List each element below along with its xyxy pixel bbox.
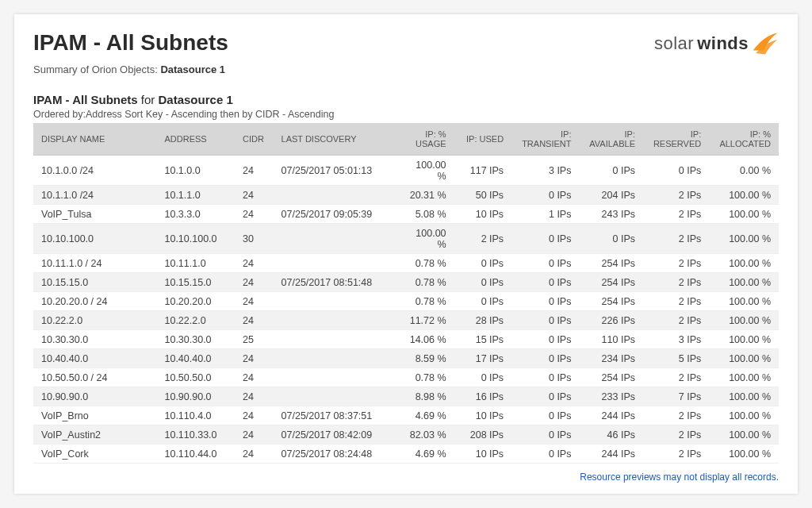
- cell-display-name: VoIP_Austin2: [33, 425, 156, 444]
- cell-display-name: 10.50.50.0 / 24: [33, 368, 156, 387]
- cell-reserved: 2 IPs: [643, 205, 709, 224]
- cell-last-discovery: 07/25/2017 08:42:09: [274, 425, 396, 444]
- cell-display-name: 10.11.1.0 / 24: [33, 254, 156, 273]
- cell-display-name: 10.90.90.0: [33, 387, 156, 406]
- cell-cidr: 24: [235, 368, 274, 387]
- cell-pct-usage: 14.06 %: [396, 330, 454, 349]
- cell-available: 244 IPs: [579, 406, 643, 425]
- ordered-by: Ordered by:Address Sort Key - Ascending …: [33, 109, 779, 120]
- cell-transient: 0 IPs: [511, 406, 579, 425]
- cell-pct-usage: 0.78 %: [396, 368, 454, 387]
- cell-available: 244 IPs: [579, 444, 643, 464]
- table-row[interactable]: VoIP_Tulsa10.3.3.02407/25/2017 09:05:395…: [33, 205, 779, 224]
- cell-pct-usage: 5.08 %: [396, 205, 454, 224]
- cell-used: 10 IPs: [454, 406, 512, 425]
- cell-used: 17 IPs: [454, 349, 512, 368]
- cell-reserved: 2 IPs: [643, 254, 709, 273]
- cell-pct-allocated: 100.00 %: [709, 273, 779, 292]
- cell-cidr: 24: [235, 273, 274, 292]
- cell-reserved: 2 IPs: [643, 186, 709, 205]
- col-pct-usage[interactable]: IP: % USAGE: [396, 123, 454, 156]
- cell-reserved: 2 IPs: [643, 406, 709, 425]
- cell-pct-usage: 100.00 %: [396, 156, 454, 186]
- cell-last-discovery: [274, 254, 396, 273]
- cell-pct-usage: 0.78 %: [396, 254, 454, 273]
- cell-cidr: 24: [235, 406, 274, 425]
- table-row[interactable]: VoIP_Austin210.110.33.02407/25/2017 08:4…: [33, 425, 779, 444]
- cell-pct-usage: 82.03 %: [396, 425, 454, 444]
- cell-pct-usage: 0.78 %: [396, 273, 454, 292]
- report-page: IPAM - All Subnets Summary of Orion Obje…: [14, 14, 798, 494]
- col-available[interactable]: IP: AVAILABLE: [579, 123, 643, 156]
- logo-text-bold: winds: [697, 33, 749, 54]
- page-title: IPAM - All Subnets: [33, 30, 228, 56]
- col-pct-allocated[interactable]: IP: % ALLOCATED: [709, 123, 779, 156]
- table-row[interactable]: 10.90.90.010.90.90.0248.98 %16 IPs0 IPs2…: [33, 387, 779, 406]
- table-row[interactable]: VoIP_Brno10.110.4.02407/25/2017 08:37:51…: [33, 406, 779, 425]
- col-display-name[interactable]: DISPLAY NAME: [33, 123, 156, 156]
- cell-transient: 3 IPs: [511, 156, 579, 186]
- cell-pct-usage: 0.78 %: [396, 292, 454, 311]
- table-row[interactable]: 10.20.20.0 / 2410.20.20.0240.78 %0 IPs0 …: [33, 292, 779, 311]
- cell-cidr: 30: [235, 224, 274, 254]
- cell-last-discovery: [274, 224, 396, 254]
- col-transient[interactable]: IP: TRANSIENT: [511, 123, 579, 156]
- cell-reserved: 5 IPs: [643, 349, 709, 368]
- cell-pct-allocated: 0.00 %: [709, 156, 779, 186]
- cell-reserved: 0 IPs: [643, 156, 709, 186]
- cell-available: 243 IPs: [579, 205, 643, 224]
- table-row[interactable]: 10.1.1.0 /2410.1.1.02420.31 %50 IPs0 IPs…: [33, 186, 779, 205]
- cell-cidr: 24: [235, 254, 274, 273]
- cell-pct-allocated: 100.00 %: [709, 330, 779, 349]
- cell-available: 254 IPs: [579, 292, 643, 311]
- cell-display-name: 10.20.20.0 / 24: [33, 292, 156, 311]
- table-row[interactable]: 10.10.100.010.10.100.030100.00 %2 IPs0 I…: [33, 224, 779, 254]
- col-last-discovery[interactable]: LAST DISCOVERY: [274, 123, 396, 156]
- cell-last-discovery: 07/25/2017 08:51:48: [274, 273, 396, 292]
- cell-reserved: 2 IPs: [643, 311, 709, 330]
- cell-transient: 0 IPs: [511, 311, 579, 330]
- cell-address: 10.30.30.0: [156, 330, 234, 349]
- cell-pct-usage: 4.69 %: [396, 406, 454, 425]
- cell-pct-allocated: 100.00 %: [709, 311, 779, 330]
- table-row[interactable]: 10.30.30.010.30.30.02514.06 %15 IPs0 IPs…: [33, 330, 779, 349]
- table-row[interactable]: VoIP_Cork10.110.44.02407/25/2017 08:24:4…: [33, 444, 779, 464]
- cell-pct-allocated: 100.00 %: [709, 368, 779, 387]
- table-row[interactable]: 10.50.50.0 / 2410.50.50.0240.78 %0 IPs0 …: [33, 368, 779, 387]
- header-row: IPAM - All Subnets Summary of Orion Obje…: [33, 30, 779, 93]
- cell-transient: 0 IPs: [511, 254, 579, 273]
- logo-text-thin: solar: [654, 33, 694, 54]
- cell-transient: 0 IPs: [511, 224, 579, 254]
- cell-last-discovery: 07/25/2017 08:24:48: [274, 444, 396, 464]
- cell-display-name: 10.15.15.0: [33, 273, 156, 292]
- table-row[interactable]: 10.40.40.010.40.40.0248.59 %17 IPs0 IPs2…: [33, 349, 779, 368]
- table-row[interactable]: 10.11.1.0 / 2410.11.1.0240.78 %0 IPs0 IP…: [33, 254, 779, 273]
- cell-used: 28 IPs: [454, 311, 512, 330]
- solarwinds-icon: [752, 30, 779, 57]
- cell-address: 10.22.2.0: [156, 311, 234, 330]
- cell-used: 0 IPs: [454, 368, 512, 387]
- table-row[interactable]: 10.22.2.010.22.2.02411.72 %28 IPs0 IPs22…: [33, 311, 779, 330]
- cell-display-name: 10.1.0.0 /24: [33, 156, 156, 186]
- cell-cidr: 24: [235, 156, 274, 186]
- cell-available: 110 IPs: [579, 330, 643, 349]
- cell-display-name: VoIP_Cork: [33, 444, 156, 464]
- cell-transient: 0 IPs: [511, 292, 579, 311]
- cell-transient: 0 IPs: [511, 368, 579, 387]
- cell-address: 10.90.90.0: [156, 387, 234, 406]
- col-cidr[interactable]: CIDR: [235, 123, 274, 156]
- cell-transient: 0 IPs: [511, 330, 579, 349]
- cell-pct-usage: 8.98 %: [396, 387, 454, 406]
- cell-used: 0 IPs: [454, 273, 512, 292]
- col-address[interactable]: ADDRESS: [156, 123, 234, 156]
- cell-cidr: 24: [235, 425, 274, 444]
- col-used[interactable]: IP: USED: [454, 123, 512, 156]
- col-reserved[interactable]: IP: RESERVED: [643, 123, 709, 156]
- table-header-row: DISPLAY NAME ADDRESS CIDR LAST DISCOVERY…: [33, 123, 779, 156]
- table-body: 10.1.0.0 /2410.1.0.02407/25/2017 05:01:1…: [33, 156, 779, 464]
- table-row[interactable]: 10.1.0.0 /2410.1.0.02407/25/2017 05:01:1…: [33, 156, 779, 186]
- summary-datasource: Datasource 1: [160, 64, 225, 75]
- section-title-prefix: IPAM - All Subnets: [33, 93, 138, 106]
- cell-available: 254 IPs: [579, 368, 643, 387]
- table-row[interactable]: 10.15.15.010.15.15.02407/25/2017 08:51:4…: [33, 273, 779, 292]
